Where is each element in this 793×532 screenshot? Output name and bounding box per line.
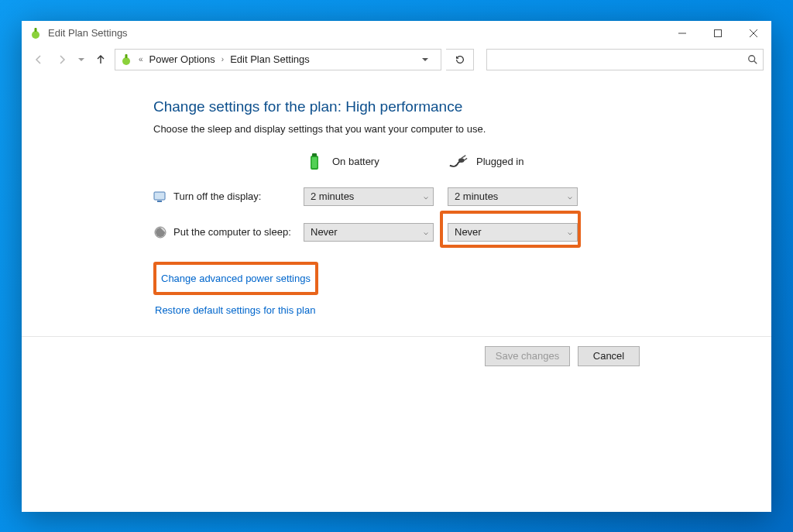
maximize-button[interactable] — [700, 21, 736, 46]
navigation-bar: « Power Options › Edit Plan Settings — [22, 46, 771, 74]
svg-rect-15 — [157, 201, 162, 202]
page-heading: Change settings for the plan: High perfo… — [153, 98, 771, 115]
sleep-battery-combo[interactable]: Never ⌵ — [304, 223, 434, 242]
combo-value: 2 minutes — [311, 190, 354, 202]
svg-rect-7 — [125, 54, 128, 58]
forward-button[interactable] — [53, 50, 71, 69]
minimize-button[interactable] — [664, 21, 700, 46]
power-plan-icon — [29, 27, 42, 39]
power-source-columns: On battery Plugged in — [304, 153, 771, 170]
highlight-advanced-link: Change advanced power settings — [153, 262, 318, 295]
address-bar[interactable]: « Power Options › Edit Plan Settings — [115, 49, 441, 70]
recent-locations-dropdown[interactable] — [76, 50, 87, 69]
separator — [22, 336, 771, 337]
footer-buttons: Save changes Cancel — [153, 346, 771, 366]
display-icon — [153, 190, 167, 204]
address-dropdown-icon[interactable] — [422, 57, 436, 63]
chevron-left-icon: « — [137, 55, 145, 63]
search-icon — [747, 54, 758, 65]
sleep-label: Put the computer to sleep: — [173, 226, 304, 238]
save-changes-button[interactable]: Save changes — [485, 346, 570, 366]
chevron-down-icon: ⌵ — [568, 192, 572, 201]
cancel-button[interactable]: Cancel — [578, 346, 640, 366]
svg-rect-12 — [312, 157, 318, 168]
display-plugged-combo[interactable]: 2 minutes ⌵ — [448, 187, 578, 206]
restore-default-settings-link[interactable]: Restore default settings for this plan — [153, 301, 317, 319]
svg-rect-14 — [154, 192, 165, 200]
svg-point-0 — [32, 31, 39, 39]
battery-icon — [304, 153, 324, 170]
plugged-in-label: Plugged in — [476, 156, 524, 167]
chevron-down-icon: ⌵ — [568, 228, 572, 236]
refresh-button[interactable] — [446, 49, 474, 70]
svg-rect-1 — [35, 28, 37, 32]
plug-icon — [448, 153, 469, 170]
breadcrumb-current[interactable]: Edit Plan Settings — [230, 53, 310, 65]
power-options-icon — [120, 53, 132, 66]
breadcrumb-parent[interactable]: Power Options — [149, 53, 215, 65]
sleep-icon — [153, 225, 167, 239]
links-section: Change advanced power settings Restore d… — [153, 262, 771, 319]
chevron-right-icon: › — [220, 55, 225, 63]
sleep-plugged-combo[interactable]: Never ⌵ — [448, 223, 578, 242]
plugged-in-column-header: Plugged in — [448, 153, 578, 170]
combo-value: Never — [455, 226, 482, 238]
turn-off-display-label: Turn off the display: — [173, 190, 304, 202]
titlebar: Edit Plan Settings — [22, 21, 771, 46]
on-battery-label: On battery — [332, 156, 379, 167]
svg-rect-3 — [715, 29, 722, 36]
svg-point-6 — [122, 57, 130, 65]
display-battery-combo[interactable]: 2 minutes ⌵ — [304, 187, 434, 206]
change-advanced-power-settings-link[interactable]: Change advanced power settings — [160, 269, 312, 287]
content-area: Change settings for the plan: High perfo… — [22, 74, 771, 512]
page-subheading: Choose the sleep and display settings th… — [153, 123, 771, 135]
svg-point-13 — [458, 158, 464, 163]
sleep-row: Put the computer to sleep: Never ⌵ Never… — [153, 223, 771, 242]
chevron-down-icon: ⌵ — [424, 228, 428, 236]
svg-rect-11 — [312, 153, 317, 156]
back-button[interactable] — [29, 50, 48, 69]
close-button[interactable] — [736, 21, 771, 46]
edit-plan-settings-window: Edit Plan Settings — [22, 21, 771, 512]
combo-value: Never — [311, 226, 338, 238]
on-battery-column-header: On battery — [304, 153, 434, 170]
turn-off-display-row: Turn off the display: 2 minutes ⌵ 2 minu… — [153, 187, 771, 206]
search-box[interactable] — [486, 49, 764, 70]
up-button[interactable] — [91, 50, 110, 69]
svg-point-8 — [749, 55, 755, 61]
combo-value: 2 minutes — [455, 190, 498, 202]
window-title: Edit Plan Settings — [48, 27, 128, 39]
chevron-down-icon: ⌵ — [424, 192, 428, 201]
svg-line-9 — [754, 60, 757, 63]
